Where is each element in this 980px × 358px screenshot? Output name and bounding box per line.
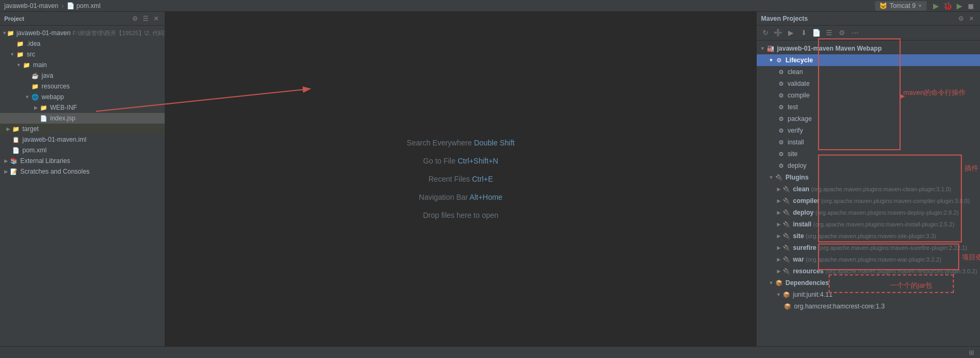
tree-webapp[interactable]: ▼ 🌐 webapp <box>0 92 165 102</box>
maven-deploy[interactable]: ⚙ deploy <box>757 160 980 172</box>
debug-button[interactable]: 🐞 <box>943 1 952 11</box>
maven-more-btn[interactable]: ⋯ <box>849 28 860 38</box>
test-icon: ⚙ <box>777 103 785 111</box>
drop-files-hint: Drop files here to open <box>423 211 499 219</box>
extlibs-icon: 📚 <box>10 157 18 165</box>
maven-settings-icon[interactable] <box>957 14 965 23</box>
panel-header: Project ☰ ✕ <box>0 12 165 26</box>
maven-plugin-war[interactable]: ▶ 🔌 war (org.apache.maven.plugins:maven-… <box>757 254 980 265</box>
maven-plugin-compiler[interactable]: ▶ 🔌 compiler (org.apache.maven.plugins:m… <box>757 195 980 207</box>
plugin-site-icon: 🔌 <box>782 232 791 240</box>
lifecycle-arrow: ▼ <box>767 56 775 64</box>
maven-plugin-install[interactable]: ▶ 🔌 install (org.apache.maven.plugins:ma… <box>757 218 980 230</box>
plugin-resources-icon: 🔌 <box>782 267 791 275</box>
maven-plugin-resources[interactable]: ▶ 🔌 resources (org.apache.maven.plugins:… <box>757 265 980 277</box>
tomcat-badge[interactable]: 🐱 Tomcat 9 ▼ <box>875 1 927 11</box>
webapp-label: webapp <box>42 93 64 101</box>
maven-test[interactable]: ⚙ test <box>757 101 980 113</box>
maven-lifecycle-header[interactable]: ▼ ⚙ Lifecycle <box>757 54 980 66</box>
plugin-deploy-arrow: ▶ <box>775 209 782 216</box>
deploy-icon: ⚙ <box>777 161 785 170</box>
compile-label: compile <box>788 92 809 99</box>
tree-java[interactable]: ☕ java <box>0 70 165 81</box>
maven-deps-header[interactable]: ▼ 📦 Dependencies <box>757 277 980 289</box>
plugin-site-arrow: ▶ <box>775 232 782 240</box>
maven-header-icons: ✕ <box>957 14 976 23</box>
project-file-label: javaweb-01-maven <box>4 2 58 10</box>
project-tree: ▼ 📁 javaweb-01-maven F:\班级管理\西开【19525】\2… <box>0 26 165 346</box>
pomxml-arrow <box>4 147 12 154</box>
dep-hamcrest-icon: 📦 <box>783 302 792 311</box>
pomxml-label: pom.xml <box>22 147 46 154</box>
maven-plugin-site[interactable]: ▶ 🔌 site (org.apache.maven.plugins:maven… <box>757 230 980 242</box>
install-icon: ⚙ <box>777 138 785 147</box>
plugin-compiler-label: compiler (org.apache.maven.plugins:maven… <box>793 197 970 205</box>
maven-root[interactable]: ▼ 🏭 javaweb-01-maven Maven Webapp <box>757 43 980 54</box>
hide-icon[interactable]: ✕ <box>152 14 160 23</box>
maven-verify[interactable]: ⚙ verify <box>757 125 980 136</box>
iml-arrow <box>4 136 12 143</box>
plugin-install-label: install (org.apache.maven.plugins:maven-… <box>793 221 954 228</box>
maven-plugin-clean[interactable]: ▶ 🔌 clean (org.apache.maven.plugins:mave… <box>757 183 980 195</box>
maven-plugins-header[interactable]: ▼ 🔌 Plugins <box>757 172 980 183</box>
root-folder-icon: 📁 <box>7 29 14 37</box>
tree-src[interactable]: ▼ 📁 src <box>0 49 165 60</box>
tree-webinf[interactable]: ▶ 📁 WEB-INF <box>0 102 165 113</box>
main-content: Project ☰ ✕ ▼ 📁 javaweb-01-maven F:\班级管理… <box>0 12 980 346</box>
resources-arrow <box>23 83 31 90</box>
tree-idea[interactable]: 📁 .idea <box>0 38 165 49</box>
maven-run-btn[interactable]: ▶ <box>785 28 796 38</box>
maven-compile[interactable]: ⚙ compile <box>757 90 980 101</box>
tree-extlibs[interactable]: ▶ 📚 External Libraries <box>0 156 165 166</box>
maven-validate[interactable]: ⚙ validate <box>757 78 980 90</box>
root-arrow: ▼ <box>2 29 7 37</box>
run-button[interactable]: ▶ <box>931 1 941 11</box>
maven-close-btn[interactable]: ☰ <box>824 28 835 38</box>
plugin-surefire-icon: 🔌 <box>782 243 791 252</box>
title-bar-left: javaweb-01-maven › 📄 pom.xml <box>4 2 101 10</box>
plugin-install-arrow: ▶ <box>775 221 782 228</box>
maven-plugin-deploy[interactable]: ▶ 🔌 deploy (org.apache.maven.plugins:mav… <box>757 207 980 218</box>
maven-add-btn[interactable]: ➕ <box>773 28 783 38</box>
maven-hide-icon[interactable]: ✕ <box>967 14 976 23</box>
maven-download-btn[interactable]: ⬇ <box>798 28 809 38</box>
maven-plugin-surefire[interactable]: ▶ 🔌 surefire (org.apache.maven.plugins:m… <box>757 242 980 254</box>
tree-scratches[interactable]: ▶ 📝 Scratches and Consoles <box>0 166 165 177</box>
iml-icon: 📋 <box>12 135 20 144</box>
maven-header: Maven Projects ✕ <box>757 12 980 26</box>
maven-config-btn[interactable]: ⚙ <box>837 28 847 38</box>
resize-icon[interactable]: ⊞ <box>967 348 976 357</box>
resources-icon: 📁 <box>31 82 39 91</box>
tree-target[interactable]: ▶ 📁 target <box>0 124 165 134</box>
tomcat-dropdown-icon[interactable]: ▼ <box>918 3 922 9</box>
compile-icon: ⚙ <box>777 91 785 100</box>
maven-site[interactable]: ⚙ site <box>757 148 980 160</box>
tree-main[interactable]: ▼ 📁 main <box>0 60 165 70</box>
maven-source-btn[interactable]: 📄 <box>811 28 822 38</box>
maven-package[interactable]: ⚙ package <box>757 113 980 125</box>
tomcat-label: Tomcat 9 <box>889 2 916 10</box>
deploy-label: deploy <box>788 162 806 169</box>
main-icon: 📁 <box>22 61 31 69</box>
tree-indexjsp[interactable]: 📄 index.jsp <box>0 113 165 124</box>
maven-dep-hamcrest[interactable]: 📦 org.hamcrest:hamcrest-core:1.3 <box>757 300 980 312</box>
stop-button[interactable]: ◼ <box>966 1 976 11</box>
maven-clean[interactable]: ⚙ clean <box>757 66 980 78</box>
settings-icon[interactable] <box>131 14 139 23</box>
tree-pomxml[interactable]: 📄 pom.xml <box>0 145 165 156</box>
deps-arrow: ▼ <box>767 279 775 287</box>
editor-area: Search Everywhere Double Shift Go to Fil… <box>165 12 756 346</box>
tree-resources[interactable]: 📁 resources <box>0 81 165 92</box>
editor-empty: Search Everywhere Double Shift Go to Fil… <box>165 12 756 346</box>
maven-reload-btn[interactable]: ↻ <box>760 28 771 38</box>
maven-dep-junit[interactable]: ▼ 📦 junit:junit:4.11 <box>757 289 980 300</box>
scratches-arrow: ▶ <box>2 168 10 175</box>
tree-iml[interactable]: 📋 javaweb-01-maven.iml <box>0 134 165 145</box>
run-coverage-button[interactable]: ▶ <box>954 1 964 11</box>
maven-tree: ▼ 🏭 javaweb-01-maven Maven Webapp ▼ ⚙ Li… <box>757 40 980 346</box>
collapse-icon[interactable]: ☰ <box>141 14 150 23</box>
plugins-label: Plugins <box>785 174 808 181</box>
maven-install[interactable]: ⚙ install <box>757 136 980 148</box>
panel-title: Project <box>4 15 24 22</box>
tree-root[interactable]: ▼ 📁 javaweb-01-maven F:\班级管理\西开【19525】\2… <box>0 28 165 38</box>
